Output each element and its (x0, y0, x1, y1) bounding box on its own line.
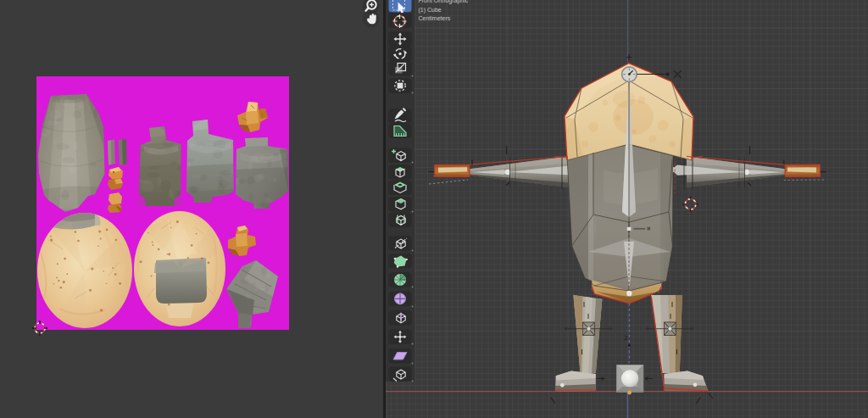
svg-text:Centimeters: Centimeters (419, 15, 451, 21)
svg-text:(1) Cube: (1) Cube (419, 7, 442, 14)
svg-text:Z: Z (625, 334, 629, 342)
